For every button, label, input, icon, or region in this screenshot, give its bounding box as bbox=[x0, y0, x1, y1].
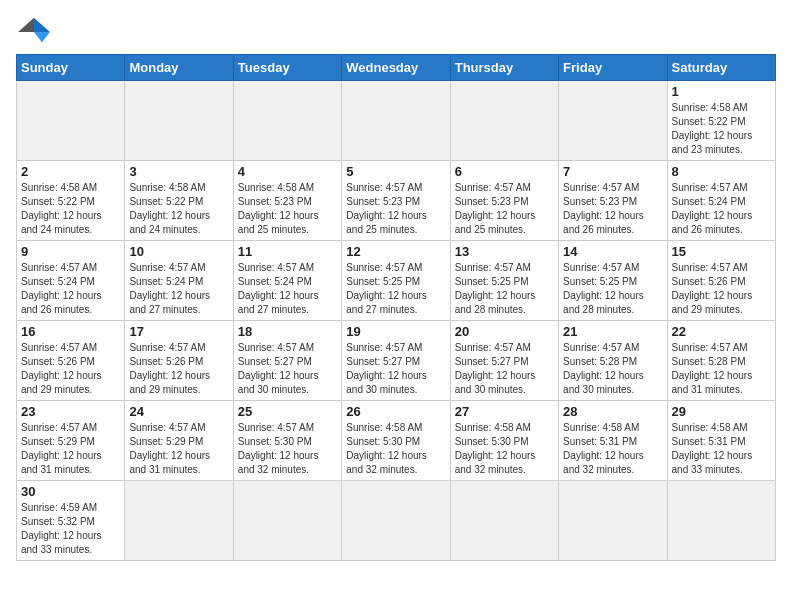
week-row-0: 1Sunrise: 4:58 AM Sunset: 5:22 PM Daylig… bbox=[17, 81, 776, 161]
day-info: Sunrise: 4:57 AM Sunset: 5:25 PM Dayligh… bbox=[455, 261, 554, 317]
day-number: 14 bbox=[563, 244, 662, 259]
week-row-3: 16Sunrise: 4:57 AM Sunset: 5:26 PM Dayli… bbox=[17, 321, 776, 401]
day-cell: 1Sunrise: 4:58 AM Sunset: 5:22 PM Daylig… bbox=[667, 81, 775, 161]
day-number: 1 bbox=[672, 84, 771, 99]
day-number: 30 bbox=[21, 484, 120, 499]
day-cell: 13Sunrise: 4:57 AM Sunset: 5:25 PM Dayli… bbox=[450, 241, 558, 321]
day-cell: 4Sunrise: 4:58 AM Sunset: 5:23 PM Daylig… bbox=[233, 161, 341, 241]
logo-icon bbox=[16, 16, 52, 46]
day-info: Sunrise: 4:57 AM Sunset: 5:25 PM Dayligh… bbox=[563, 261, 662, 317]
day-number: 4 bbox=[238, 164, 337, 179]
day-info: Sunrise: 4:57 AM Sunset: 5:24 PM Dayligh… bbox=[238, 261, 337, 317]
weekday-header-tuesday: Tuesday bbox=[233, 55, 341, 81]
day-info: Sunrise: 4:58 AM Sunset: 5:30 PM Dayligh… bbox=[455, 421, 554, 477]
day-number: 15 bbox=[672, 244, 771, 259]
day-info: Sunrise: 4:57 AM Sunset: 5:25 PM Dayligh… bbox=[346, 261, 445, 317]
day-number: 19 bbox=[346, 324, 445, 339]
day-info: Sunrise: 4:57 AM Sunset: 5:29 PM Dayligh… bbox=[129, 421, 228, 477]
day-cell bbox=[667, 481, 775, 561]
day-info: Sunrise: 4:57 AM Sunset: 5:26 PM Dayligh… bbox=[672, 261, 771, 317]
day-cell bbox=[342, 81, 450, 161]
day-cell bbox=[233, 481, 341, 561]
day-info: Sunrise: 4:57 AM Sunset: 5:23 PM Dayligh… bbox=[455, 181, 554, 237]
week-row-4: 23Sunrise: 4:57 AM Sunset: 5:29 PM Dayli… bbox=[17, 401, 776, 481]
day-info: Sunrise: 4:57 AM Sunset: 5:24 PM Dayligh… bbox=[672, 181, 771, 237]
day-number: 6 bbox=[455, 164, 554, 179]
day-cell: 3Sunrise: 4:58 AM Sunset: 5:22 PM Daylig… bbox=[125, 161, 233, 241]
day-info: Sunrise: 4:57 AM Sunset: 5:29 PM Dayligh… bbox=[21, 421, 120, 477]
day-number: 20 bbox=[455, 324, 554, 339]
day-number: 21 bbox=[563, 324, 662, 339]
weekday-header-friday: Friday bbox=[559, 55, 667, 81]
day-cell bbox=[342, 481, 450, 561]
day-number: 12 bbox=[346, 244, 445, 259]
day-number: 9 bbox=[21, 244, 120, 259]
day-cell: 24Sunrise: 4:57 AM Sunset: 5:29 PM Dayli… bbox=[125, 401, 233, 481]
day-info: Sunrise: 4:59 AM Sunset: 5:32 PM Dayligh… bbox=[21, 501, 120, 557]
day-info: Sunrise: 4:57 AM Sunset: 5:28 PM Dayligh… bbox=[672, 341, 771, 397]
day-cell bbox=[125, 481, 233, 561]
svg-marker-2 bbox=[18, 18, 34, 32]
day-info: Sunrise: 4:58 AM Sunset: 5:22 PM Dayligh… bbox=[21, 181, 120, 237]
day-cell bbox=[450, 81, 558, 161]
week-row-2: 9Sunrise: 4:57 AM Sunset: 5:24 PM Daylig… bbox=[17, 241, 776, 321]
day-number: 22 bbox=[672, 324, 771, 339]
day-info: Sunrise: 4:58 AM Sunset: 5:31 PM Dayligh… bbox=[563, 421, 662, 477]
day-cell: 26Sunrise: 4:58 AM Sunset: 5:30 PM Dayli… bbox=[342, 401, 450, 481]
day-cell: 23Sunrise: 4:57 AM Sunset: 5:29 PM Dayli… bbox=[17, 401, 125, 481]
day-info: Sunrise: 4:58 AM Sunset: 5:31 PM Dayligh… bbox=[672, 421, 771, 477]
calendar: SundayMondayTuesdayWednesdayThursdayFrid… bbox=[16, 54, 776, 561]
day-cell: 9Sunrise: 4:57 AM Sunset: 5:24 PM Daylig… bbox=[17, 241, 125, 321]
day-info: Sunrise: 4:58 AM Sunset: 5:23 PM Dayligh… bbox=[238, 181, 337, 237]
day-info: Sunrise: 4:57 AM Sunset: 5:23 PM Dayligh… bbox=[346, 181, 445, 237]
day-info: Sunrise: 4:58 AM Sunset: 5:22 PM Dayligh… bbox=[672, 101, 771, 157]
day-number: 17 bbox=[129, 324, 228, 339]
day-info: Sunrise: 4:58 AM Sunset: 5:30 PM Dayligh… bbox=[346, 421, 445, 477]
day-number: 10 bbox=[129, 244, 228, 259]
day-cell: 16Sunrise: 4:57 AM Sunset: 5:26 PM Dayli… bbox=[17, 321, 125, 401]
week-row-5: 30Sunrise: 4:59 AM Sunset: 5:32 PM Dayli… bbox=[17, 481, 776, 561]
day-info: Sunrise: 4:57 AM Sunset: 5:28 PM Dayligh… bbox=[563, 341, 662, 397]
day-info: Sunrise: 4:57 AM Sunset: 5:27 PM Dayligh… bbox=[455, 341, 554, 397]
day-cell: 14Sunrise: 4:57 AM Sunset: 5:25 PM Dayli… bbox=[559, 241, 667, 321]
day-cell: 18Sunrise: 4:57 AM Sunset: 5:27 PM Dayli… bbox=[233, 321, 341, 401]
day-number: 28 bbox=[563, 404, 662, 419]
day-cell bbox=[125, 81, 233, 161]
logo bbox=[16, 16, 56, 46]
day-number: 13 bbox=[455, 244, 554, 259]
day-cell: 27Sunrise: 4:58 AM Sunset: 5:30 PM Dayli… bbox=[450, 401, 558, 481]
day-cell bbox=[233, 81, 341, 161]
svg-marker-0 bbox=[34, 18, 50, 32]
day-number: 5 bbox=[346, 164, 445, 179]
day-cell: 19Sunrise: 4:57 AM Sunset: 5:27 PM Dayli… bbox=[342, 321, 450, 401]
week-row-1: 2Sunrise: 4:58 AM Sunset: 5:22 PM Daylig… bbox=[17, 161, 776, 241]
day-cell: 6Sunrise: 4:57 AM Sunset: 5:23 PM Daylig… bbox=[450, 161, 558, 241]
day-number: 24 bbox=[129, 404, 228, 419]
day-cell: 2Sunrise: 4:58 AM Sunset: 5:22 PM Daylig… bbox=[17, 161, 125, 241]
weekday-header-row: SundayMondayTuesdayWednesdayThursdayFrid… bbox=[17, 55, 776, 81]
day-info: Sunrise: 4:57 AM Sunset: 5:23 PM Dayligh… bbox=[563, 181, 662, 237]
day-info: Sunrise: 4:57 AM Sunset: 5:26 PM Dayligh… bbox=[21, 341, 120, 397]
day-cell: 10Sunrise: 4:57 AM Sunset: 5:24 PM Dayli… bbox=[125, 241, 233, 321]
day-cell bbox=[559, 81, 667, 161]
weekday-header-saturday: Saturday bbox=[667, 55, 775, 81]
weekday-header-thursday: Thursday bbox=[450, 55, 558, 81]
day-cell: 21Sunrise: 4:57 AM Sunset: 5:28 PM Dayli… bbox=[559, 321, 667, 401]
day-number: 27 bbox=[455, 404, 554, 419]
day-number: 8 bbox=[672, 164, 771, 179]
day-number: 11 bbox=[238, 244, 337, 259]
day-cell: 25Sunrise: 4:57 AM Sunset: 5:30 PM Dayli… bbox=[233, 401, 341, 481]
day-cell: 20Sunrise: 4:57 AM Sunset: 5:27 PM Dayli… bbox=[450, 321, 558, 401]
day-number: 3 bbox=[129, 164, 228, 179]
day-info: Sunrise: 4:57 AM Sunset: 5:27 PM Dayligh… bbox=[346, 341, 445, 397]
day-number: 18 bbox=[238, 324, 337, 339]
day-info: Sunrise: 4:57 AM Sunset: 5:26 PM Dayligh… bbox=[129, 341, 228, 397]
day-number: 25 bbox=[238, 404, 337, 419]
day-cell bbox=[450, 481, 558, 561]
page-header bbox=[16, 16, 776, 46]
day-number: 26 bbox=[346, 404, 445, 419]
day-cell: 12Sunrise: 4:57 AM Sunset: 5:25 PM Dayli… bbox=[342, 241, 450, 321]
day-info: Sunrise: 4:57 AM Sunset: 5:24 PM Dayligh… bbox=[129, 261, 228, 317]
day-cell: 22Sunrise: 4:57 AM Sunset: 5:28 PM Dayli… bbox=[667, 321, 775, 401]
day-cell: 30Sunrise: 4:59 AM Sunset: 5:32 PM Dayli… bbox=[17, 481, 125, 561]
